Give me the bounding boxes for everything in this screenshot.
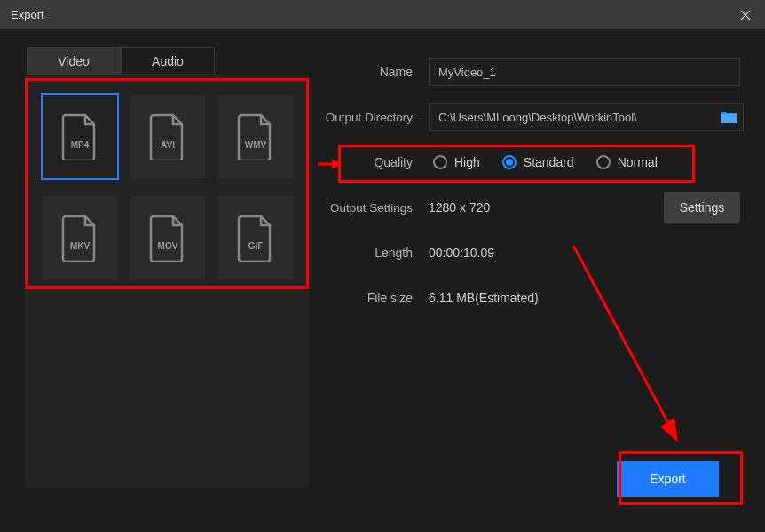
label-file-size: File size <box>322 291 429 305</box>
file-icon: MP4 <box>60 113 99 160</box>
label-output-settings: Output Settings <box>322 201 429 215</box>
svg-text:MOV: MOV <box>158 241 178 251</box>
close-icon <box>740 10 751 20</box>
svg-text:MP4: MP4 <box>71 140 90 150</box>
svg-rect-8 <box>721 114 737 123</box>
label-name: Name <box>322 65 429 79</box>
format-tabs: Video Audio <box>27 47 313 75</box>
format-tile-mp4[interactable]: MP4 <box>43 95 117 178</box>
file-size-value: 6.11 MB(Estimated) <box>429 291 740 305</box>
settings-button[interactable]: Settings <box>664 192 740 223</box>
close-button[interactable] <box>737 6 754 24</box>
quality-radio-high[interactable]: High <box>433 155 480 169</box>
label-quality: Quality <box>322 155 429 169</box>
tab-audio[interactable]: Audio <box>121 47 215 75</box>
length-value: 00:00:10.09 <box>429 246 740 260</box>
svg-text:MKV: MKV <box>70 241 91 251</box>
file-icon: WMV <box>236 113 275 160</box>
quality-radio-normal[interactable]: Normal <box>596 155 658 169</box>
export-button[interactable]: Export <box>617 461 719 497</box>
output-dir-input[interactable] <box>429 103 744 131</box>
label-length: Length <box>322 246 429 260</box>
quality-radio-standard[interactable]: Standard <box>502 155 574 169</box>
titlebar: Export <box>0 0 765 29</box>
quality-radio-group: High Standard Normal <box>429 155 740 169</box>
output-settings-value: 1280 x 720 <box>429 200 664 215</box>
file-icon: GIF <box>236 214 275 262</box>
format-tile-gif[interactable]: GIF <box>218 196 293 279</box>
file-icon: MOV <box>148 214 187 262</box>
quality-high-label: High <box>454 155 480 169</box>
window-title: Export <box>11 8 737 21</box>
svg-text:AVI: AVI <box>161 140 175 150</box>
tab-video[interactable]: Video <box>27 47 121 75</box>
format-tile-wmv[interactable]: WMV <box>218 95 293 178</box>
svg-text:WMV: WMV <box>245 140 267 150</box>
label-output-dir: Output Directory <box>322 111 429 124</box>
format-tile-avi[interactable]: AVI <box>130 95 205 178</box>
file-icon: AVI <box>148 113 187 160</box>
format-tile-mov[interactable]: MOV <box>130 196 205 279</box>
quality-standard-label: Standard <box>524 155 574 169</box>
folder-icon <box>720 110 737 124</box>
quality-normal-label: Normal <box>618 155 658 169</box>
file-icon: MKV <box>60 214 99 262</box>
format-tile-mkv[interactable]: MKV <box>43 196 117 279</box>
name-input[interactable] <box>429 58 740 86</box>
format-grid: MP4 AVI WMV MKV MOV GIF <box>25 75 309 488</box>
svg-text:GIF: GIF <box>248 241 264 251</box>
browse-folder-button[interactable] <box>717 106 740 129</box>
